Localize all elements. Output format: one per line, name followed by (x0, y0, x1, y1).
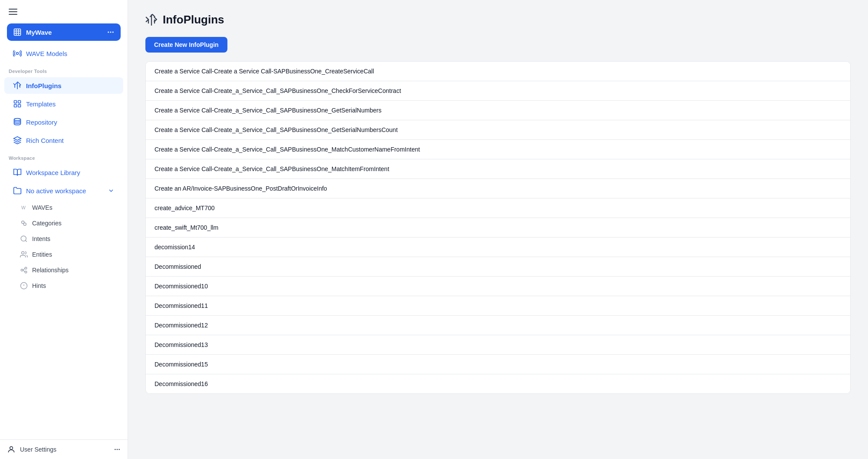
svg-line-20 (23, 268, 25, 270)
create-new-infoplugin-button[interactable]: Create New InfoPlugin (145, 37, 227, 53)
rich-content-label: Rich Content (26, 137, 64, 144)
sidebar-item-categories[interactable]: Categories (4, 216, 123, 231)
svg-point-28 (118, 449, 120, 450)
svg-rect-6 (18, 101, 21, 103)
intents-icon (20, 235, 28, 243)
sidebar-item-info-plugins[interactable]: InfoPlugins (4, 77, 123, 94)
sidebar-item-templates[interactable]: Templates (4, 96, 123, 112)
waves-label: WAVEs (32, 204, 53, 211)
plugin-list-item[interactable]: Decommissioned13 (146, 335, 850, 355)
plugin-list-item[interactable]: Create an AR/Invoice-SAPBusinessOne_Post… (146, 179, 850, 198)
content-area: InfoPlugins Create New InfoPlugin Create… (128, 0, 868, 459)
page-header: InfoPlugins (145, 13, 851, 26)
svg-rect-0 (14, 29, 21, 36)
svg-point-16 (22, 251, 24, 254)
plugin-list-item[interactable]: Create a Service Call-Create_a_Service_C… (146, 81, 850, 101)
info-plugins-label: InfoPlugins (26, 82, 62, 89)
entities-icon (20, 251, 28, 258)
wave-models-label: WAVE Models (26, 50, 67, 57)
building-icon (13, 28, 22, 36)
svg-point-14 (21, 236, 26, 241)
svg-point-13 (23, 223, 26, 225)
mywave-label: MyWave (26, 29, 52, 36)
plugin-list-item[interactable]: Create a Service Call-Create a Service C… (146, 62, 850, 81)
svg-rect-7 (14, 105, 17, 107)
plugin-list-item[interactable]: create_advice_MT700 (146, 198, 850, 218)
sidebar-item-workspace-library[interactable]: Workspace Library (4, 164, 123, 181)
svg-text:W: W (21, 205, 26, 210)
grid-icon (13, 99, 22, 108)
no-active-workspace-label: No active workspace (26, 187, 86, 195)
svg-point-26 (115, 449, 116, 450)
plugin-list-item[interactable]: create_swift_Mt700_llm (146, 218, 850, 238)
repository-label: Repository (26, 119, 57, 126)
hamburger-button[interactable] (7, 7, 19, 17)
svg-point-27 (117, 449, 118, 450)
sidebar-item-relationships[interactable]: Relationships (4, 263, 123, 277)
chevron-down-icon (108, 187, 115, 194)
plugin-list-item[interactable]: Create a Service Call-Create_a_Service_C… (146, 120, 850, 140)
relationships-icon (20, 266, 28, 274)
user-settings-more-icon (114, 446, 121, 453)
page-icon (145, 14, 158, 26)
plugin-list-item[interactable]: Decommissioned16 (146, 374, 850, 393)
categories-label: Categories (32, 220, 62, 227)
w-icon: W (20, 204, 28, 211)
svg-point-9 (14, 119, 21, 121)
plugin-list-item[interactable]: Decommissioned11 (146, 296, 850, 316)
plugin-list: Create a Service Call-Create a Service C… (145, 61, 851, 394)
plugin-list-item[interactable]: decomission14 (146, 238, 850, 257)
no-active-workspace-row[interactable]: No active workspace (4, 182, 123, 199)
sidebar-item-rich-content[interactable]: Rich Content (4, 132, 123, 149)
sidebar: MyWave WAVE Models Developer Tools InfoP… (0, 0, 128, 459)
plugin-list-item[interactable]: Decommissioned15 (146, 355, 850, 374)
svg-point-3 (112, 32, 114, 33)
sidebar-item-entities[interactable]: Entities (4, 247, 123, 262)
developer-tools-label: Developer Tools (0, 63, 128, 76)
main-content: InfoPlugins Create New InfoPlugin Create… (128, 0, 868, 459)
svg-point-18 (25, 267, 27, 269)
plugin-list-item[interactable]: Create a Service Call-Create_a_Service_C… (146, 140, 850, 159)
page-title: InfoPlugins (163, 13, 224, 26)
svg-point-17 (21, 269, 23, 271)
svg-point-25 (10, 446, 13, 449)
workspace-library-label: Workspace Library (26, 169, 80, 176)
hints-label: Hints (32, 282, 46, 289)
sidebar-item-hints[interactable]: Hints (4, 278, 123, 293)
categories-icon (20, 219, 28, 227)
sidebar-item-wave-models[interactable]: WAVE Models (4, 45, 123, 62)
wave-models-icon (13, 49, 22, 58)
svg-line-15 (25, 240, 26, 241)
sidebar-item-waves[interactable]: W WAVEs (4, 200, 123, 215)
sidebar-header (0, 0, 128, 20)
plugin-list-item[interactable]: Create a Service Call-Create_a_Service_C… (146, 101, 850, 120)
svg-point-19 (25, 271, 27, 273)
signal-icon (13, 81, 22, 90)
user-settings-button[interactable]: User Settings (0, 439, 128, 459)
svg-rect-8 (18, 105, 21, 107)
plugin-list-item[interactable]: Decommissioned (146, 257, 850, 277)
sidebar-item-repository[interactable]: Repository (4, 114, 123, 130)
sidebar-item-intents[interactable]: Intents (4, 231, 123, 246)
svg-marker-10 (14, 137, 21, 140)
mywave-button[interactable]: MyWave (7, 23, 121, 41)
folder-icon (13, 186, 22, 195)
hints-icon (20, 282, 28, 290)
plugin-list-item[interactable]: Decommissioned10 (146, 277, 850, 296)
plugin-list-item[interactable]: Create a Service Call-Create_a_Service_C… (146, 159, 850, 179)
library-icon (13, 168, 22, 177)
user-settings-label: User Settings (20, 446, 56, 453)
workspace-label: Workspace (0, 149, 128, 163)
templates-label: Templates (26, 100, 56, 108)
svg-point-1 (108, 32, 109, 33)
user-settings-icon (7, 445, 16, 454)
plugin-list-item[interactable]: Decommissioned12 (146, 316, 850, 335)
server-icon (13, 118, 22, 126)
intents-label: Intents (32, 235, 50, 242)
layers-icon (13, 136, 22, 145)
more-icon (107, 28, 115, 36)
svg-point-2 (110, 32, 112, 33)
svg-point-4 (16, 53, 19, 55)
svg-line-21 (23, 270, 25, 272)
svg-rect-5 (14, 101, 17, 103)
